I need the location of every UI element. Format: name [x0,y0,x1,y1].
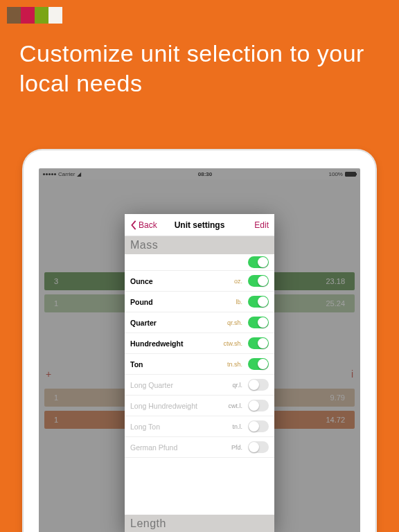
unit-name: Ounce [130,277,153,285]
unit-abbr: tn.sh. [227,361,242,368]
logo-block [7,7,21,24]
logo-block [21,7,35,24]
unit-name: Pound [130,298,153,306]
app-logo [7,7,62,24]
edit-button[interactable]: Edit [254,220,269,230]
unit-abbr: lb. [236,299,242,305]
unit-name: Long Quarter [130,381,173,389]
unit-toggle[interactable] [248,420,269,432]
unit-name: Long Ton [130,423,160,431]
unit-toggle[interactable] [248,337,269,349]
unit-abbr: ctw.sh. [223,340,242,347]
logo-block [48,7,62,24]
unit-row: German PfundPfd. [125,437,274,458]
unit-toggle[interactable] [248,400,269,411]
unit-toggle[interactable] [248,296,269,308]
unit-row: Tontn.sh. [125,354,274,375]
modal-header: Back Unit settings Edit [125,214,274,236]
back-button[interactable]: Back [130,220,157,230]
unit-name: Ton [130,360,143,369]
unit-name: German Pfund [130,443,177,452]
unit-row: Long Hundredweightcwt.l. [125,396,274,416]
unit-abbr: Pfd. [231,444,242,451]
unit-row: Long Tontn.l. [125,416,274,437]
unit-abbr: cwt.l. [228,402,242,409]
marketing-headline: Customize unit selection to your local n… [19,39,380,98]
unit-abbr: tn.l. [232,423,242,430]
unit-row: Hundredweightctw.sh. [125,333,274,354]
logo-block [35,7,48,24]
unit-abbr: qr.l. [232,382,242,389]
unit-toggle[interactable] [248,441,269,453]
unit-toggle[interactable] [248,379,269,391]
unit-row-partial [125,254,274,271]
unit-name: Quarter [130,319,157,327]
unit-name: Hundredweight [130,339,183,348]
unit-toggle[interactable] [248,317,269,328]
section-header-mass: Mass [125,236,274,254]
unit-settings-modal: Back Unit settings Edit Mass Ounceoz.Pou… [125,214,274,532]
section-header-length: Length [125,515,274,532]
unit-row: Quarterqr.sh. [125,312,274,333]
unit-toggle[interactable] [248,358,269,370]
unit-toggle[interactable] [248,275,269,287]
unit-row: Long Quarterqr.l. [125,375,274,396]
unit-row: Ounceoz. [125,271,274,292]
back-label: Back [139,220,157,230]
unit-row: Poundlb. [125,292,274,312]
unit-abbr: qr.sh. [227,319,242,326]
chevron-left-icon [130,220,137,230]
device-screen: Carrier ◢ 08:30 100% 3 23.18 1 25.24 + i [39,168,360,532]
unit-list[interactable]: Ounceoz.Poundlb.Quarterqr.sh.Hundredweig… [125,254,274,515]
unit-abbr: oz. [234,278,242,285]
unit-name: Long Hundredweight [130,402,197,410]
unit-toggle[interactable] [248,256,269,268]
ipad-device-frame: Carrier ◢ 08:30 100% 3 23.18 1 25.24 + i [23,150,376,532]
